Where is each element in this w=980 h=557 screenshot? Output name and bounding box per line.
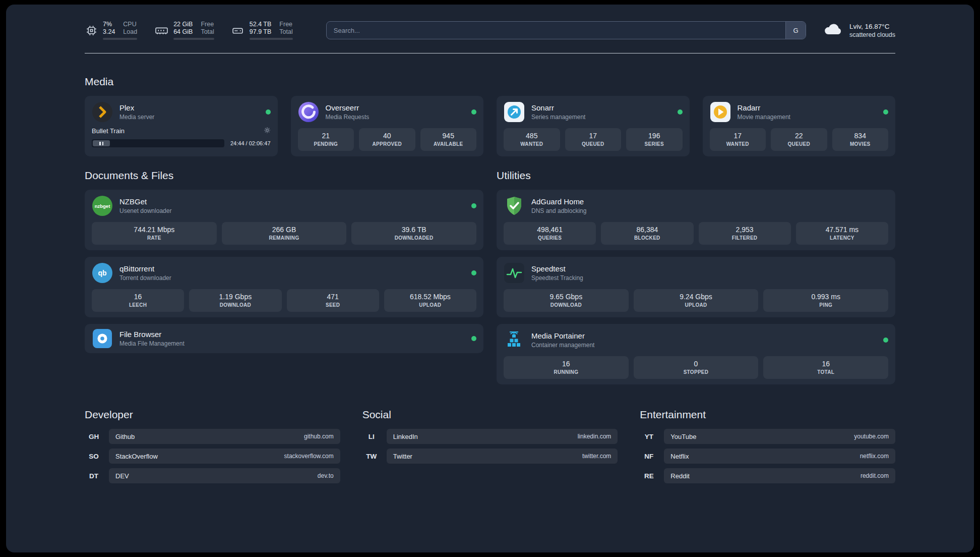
service-card-radarr[interactable]: Radarr Movie management 17WANTED 22QUEUE… [703,96,896,156]
disk-total-label: Total [279,28,292,35]
ram-free-label: Free [201,21,214,28]
weather-location: Lviv, 16.87°C [849,23,895,30]
nzbget-icon: nzbget [92,195,113,216]
bookmark-link[interactable]: Netflix netflix.com [664,449,895,464]
ram-total-label: Total [201,28,214,35]
stat-download: 9.65 GbpsDOWNLOAD [504,289,629,312]
status-dot [883,109,888,115]
playback-progress-bar[interactable] [92,139,224,147]
disk-free-label: Free [279,21,292,28]
svg-text:qb: qb [98,269,106,277]
cpu-load-value: 3.24 [103,28,115,35]
plex-now-playing: Bullet Train 24:44 / 02:06:47 [92,127,271,147]
stat-wanted: 485WANTED [504,128,560,151]
service-card-nzbget[interactable]: nzbget NZBGet Usenet downloader 744.21 M… [85,190,483,250]
section-title-documents: Documents & Files [85,170,483,182]
service-card-qbittorrent[interactable]: qb qBittorrent Torrent downloader 16LEEC… [85,257,483,317]
status-dot [471,336,476,341]
svg-text:nzbget: nzbget [95,203,110,209]
disk-free-value: 52.4 TB [250,21,272,28]
disk-icon [231,24,244,37]
stat-queued: 22QUEUED [771,128,827,151]
cpu-label: CPU [123,21,137,28]
bookmark-link[interactable]: DEV dev.to [109,468,340,483]
service-card-plex[interactable]: Plex Media server Bullet Train [85,96,278,156]
speedtest-icon [504,262,525,284]
status-dot [471,203,476,208]
stat-blocked: 86,384BLOCKED [601,222,693,245]
cpu-load-label: Load [123,28,137,35]
service-name: AdGuard Home [531,197,586,206]
status-dot [471,270,476,275]
radarr-icon [710,101,731,123]
stat-queued: 17QUEUED [565,128,622,151]
bookmark-link[interactable]: Twitter twitter.com [387,449,618,464]
bookmark-dev: DT DEV dev.to [85,468,340,483]
bookmark-netflix: NF Netflix netflix.com [640,449,895,464]
service-card-overseerr[interactable]: Overseerr Media Requests 21PENDING 40APP… [291,96,484,156]
bookmark-group-social: Social LI LinkedIn linkedin.com TW Twitt… [362,409,618,483]
bookmark-abbr: DT [85,472,103,480]
service-card-filebrowser[interactable]: File Browser Media File Management [85,324,483,353]
bookmark-link[interactable]: YouTube youtube.com [664,429,895,444]
stat-total: 16TOTAL [763,356,888,379]
stat-movies: 834MOVIES [832,128,889,151]
stat-pending: 21PENDING [298,128,354,151]
stat-seed: 471SEED [287,289,379,312]
search-bar: G [326,21,806,39]
bookmark-link[interactable]: StackOverflow stackoverflow.com [109,449,340,464]
service-subtitle: Media Requests [326,114,370,121]
stat-upload: 618.52 MbpsUPLOAD [384,289,476,312]
utilities-column: Utilities AdGuard Home DNS and adblockin… [497,170,895,384]
service-subtitle: Media server [119,114,154,121]
pause-button[interactable] [93,140,110,146]
bookmark-stackoverflow: SO StackOverflow stackoverflow.com [85,449,340,464]
service-subtitle: Series management [531,114,585,121]
service-subtitle: DNS and adblocking [531,207,586,214]
service-card-portainer[interactable]: Media Portainer Container management 16R… [497,324,895,384]
ram-free-value: 22 GiB [173,21,193,28]
service-subtitle: Movie management [738,114,790,121]
bookmark-linkedin: LI LinkedIn linkedin.com [362,429,618,444]
service-name: Overseerr [326,103,370,112]
stat-approved: 40APPROVED [359,128,415,151]
stat-running: 16RUNNING [504,356,629,379]
stat-available: 945AVAILABLE [420,128,477,151]
sonarr-icon [504,101,525,123]
service-name: Radarr [738,103,790,112]
playback-time: 24:44 / 02:06:47 [230,140,271,146]
bookmark-link[interactable]: Reddit reddit.com [664,468,895,483]
service-card-sonarr[interactable]: Sonarr Series management 485WANTED 17QUE… [497,96,690,156]
bookmark-abbr: LI [362,433,381,440]
bookmark-abbr: NF [640,453,658,460]
section-title-social: Social [362,409,618,421]
portainer-icon [504,329,525,351]
stat-ping: 0.993 msPING [763,289,888,312]
cpu-percent: 7% [103,21,115,28]
filebrowser-icon [92,328,113,349]
search-input[interactable] [327,22,785,39]
bookmark-link[interactable]: Github github.com [109,429,340,444]
disk-total-value: 97.9 TB [250,28,272,35]
service-card-adguard[interactable]: AdGuard Home DNS and adblocking 498,461Q… [497,190,895,250]
service-name: Plex [119,103,154,112]
stat-leech: 16LEECH [92,289,184,312]
stat-series: 196SERIES [626,128,683,151]
weather-widget: Lviv, 16.87°C scattered clouds [822,22,895,39]
gear-icon[interactable] [264,127,271,135]
stat-wanted: 17WANTED [710,128,766,151]
bookmark-link[interactable]: LinkedIn linkedin.com [387,429,618,444]
bookmark-group-developer: Developer GH Github github.com SO StackO… [85,409,340,483]
bookmark-github: GH Github github.com [85,429,340,444]
search-provider-button[interactable]: G [785,22,806,39]
ram-progress-bar [173,38,214,40]
stat-remaining: 266 GBREMAINING [222,222,347,245]
weather-condition: scattered clouds [849,31,895,38]
cloud-icon [822,22,843,39]
section-title-developer: Developer [85,409,340,421]
service-name: qBittorrent [119,264,171,273]
service-card-speedtest[interactable]: Speedtest Speedtest Tracking 9.65 GbpsDO… [497,257,895,317]
bookmark-abbr: SO [85,453,103,460]
service-name: File Browser [119,330,185,339]
ram-total-value: 64 GiB [173,28,193,35]
